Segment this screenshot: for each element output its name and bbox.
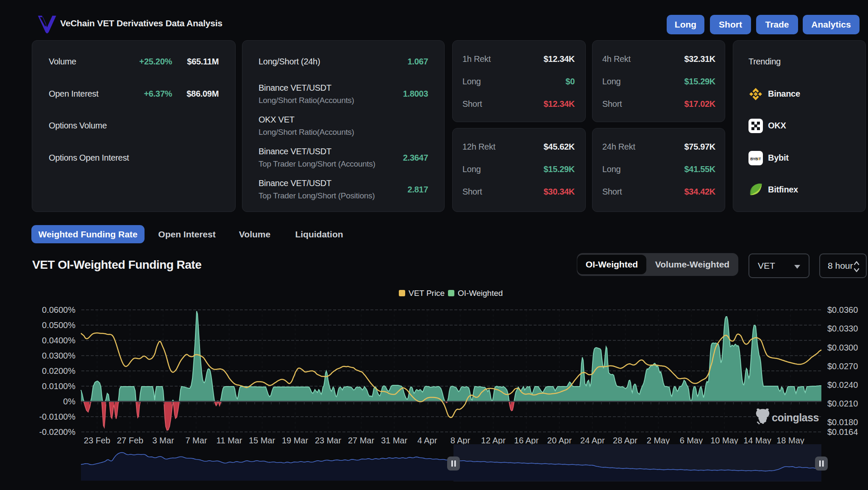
svg-text:6 May: 6 May [680, 436, 703, 445]
svg-text:7 Mar: 7 Mar [185, 436, 207, 445]
svg-text:OI-Weighted: OI-Weighted [458, 289, 503, 298]
svg-text:$0.0360: $0.0360 [827, 305, 858, 315]
svg-text:24 Apr: 24 Apr [580, 436, 605, 445]
svg-text:0.0400%: 0.0400% [42, 336, 75, 345]
svg-text:16 Apr: 16 Apr [514, 436, 539, 445]
svg-text:$0.0300: $0.0300 [827, 343, 858, 352]
svg-text:$0.0164: $0.0164 [827, 427, 858, 437]
svg-text:15 Mar: 15 Mar [249, 436, 275, 445]
svg-text:10 May: 10 May [710, 436, 738, 445]
svg-text:27 Mar: 27 Mar [348, 436, 375, 445]
svg-text:coinglass: coinglass [772, 412, 819, 423]
svg-text:23 Feb: 23 Feb [84, 436, 110, 445]
svg-text:19 Mar: 19 Mar [282, 436, 309, 445]
svg-text:31 Mar: 31 Mar [381, 436, 408, 445]
svg-text:14 May: 14 May [743, 436, 771, 445]
svg-text:-0.0100%: -0.0100% [39, 412, 75, 421]
svg-text:0%: 0% [63, 397, 75, 406]
svg-text:0.0100%: 0.0100% [42, 381, 75, 391]
svg-text:VET Price: VET Price [409, 289, 445, 298]
svg-text:BYBIT: BYBIT [750, 157, 761, 161]
svg-text:20 Apr: 20 Apr [547, 436, 572, 445]
svg-text:4 Apr: 4 Apr [417, 436, 437, 445]
svg-text:0.0200%: 0.0200% [42, 366, 75, 376]
svg-text:23 Mar: 23 Mar [315, 436, 342, 445]
svg-text:$0.0240: $0.0240 [827, 380, 858, 390]
svg-text:28 Apr: 28 Apr [613, 436, 637, 445]
svg-text:0.0300%: 0.0300% [42, 351, 75, 360]
svg-text:2 May: 2 May [647, 436, 670, 445]
svg-text:0.0600%: 0.0600% [42, 305, 75, 315]
svg-text:27 Feb: 27 Feb [117, 436, 143, 445]
svg-text:0.0500%: 0.0500% [42, 320, 75, 330]
svg-text:18 May: 18 May [776, 436, 804, 445]
svg-text:3 Mar: 3 Mar [152, 436, 174, 445]
svg-text:$0.0210: $0.0210 [827, 399, 858, 408]
svg-text:$0.0270: $0.0270 [827, 362, 858, 371]
svg-text:12 Apr: 12 Apr [481, 436, 506, 445]
svg-text:11 Mar: 11 Mar [217, 436, 242, 445]
svg-text:$0.0180: $0.0180 [827, 418, 858, 427]
svg-text:-0.0200%: -0.0200% [39, 427, 75, 437]
svg-text:$0.0330: $0.0330 [827, 324, 858, 333]
svg-text:8 Apr: 8 Apr [451, 436, 470, 445]
